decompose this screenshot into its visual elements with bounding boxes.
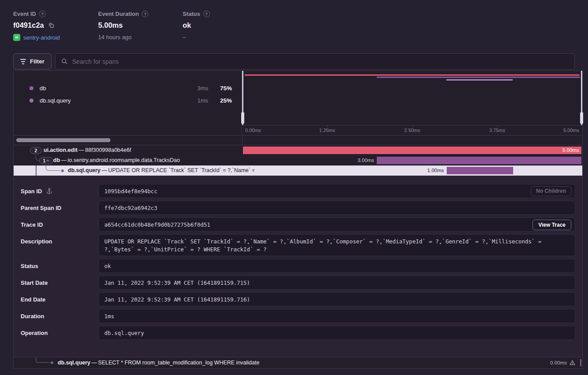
zero-duration-bar: [580, 359, 581, 366]
event-time-ago: 14 hours ago: [98, 34, 132, 40]
event-duration-column: Event Duration ? 5.00ms 14 hours ago: [98, 11, 183, 43]
detail-value-box: Jan 11, 2022 9:52:39 AM CET (1641891159.…: [99, 292, 575, 306]
detail-label: Parent Span ID: [21, 205, 61, 211]
span-op: db.sql.query: [58, 360, 90, 366]
op-color-dot: [29, 99, 33, 103]
span-duration-label: 5.00ms: [562, 147, 579, 154]
spans-toolbar: Filter: [13, 53, 575, 70]
ops-breakdown-row-db-sql-query[interactable]: db.sql.query 1ms 25%: [14, 94, 242, 107]
detail-value-box: UPDATE OR REPLACE `Track` SET `TrackId` …: [99, 234, 575, 256]
span-bar: [377, 157, 581, 164]
op-duration: 1ms: [197, 97, 208, 104]
minimap-span-db: [377, 77, 580, 78]
status-label: Status: [183, 11, 200, 17]
detail-value-box: ffe7dbc92a6942c3: [99, 201, 575, 215]
detail-label: Description: [21, 238, 52, 245]
minimap-plot[interactable]: [242, 71, 582, 125]
detail-value-box: 1095bd4ef8e94bcc No Children: [99, 184, 575, 198]
span-duration-label: 1.00ms: [427, 165, 444, 176]
copy-icon[interactable]: [48, 22, 55, 29]
tree-scrollbar-thumb[interactable]: [16, 138, 110, 142]
end-date-value: Jan 11, 2022 9:52:39 AM CET (1641891159.…: [104, 296, 250, 303]
detail-row-span-id: Span ID 1095bd4ef8e94bcc No Children: [21, 184, 575, 198]
detail-label: End Date: [21, 296, 45, 303]
detail-label: Duration: [21, 313, 44, 320]
detail-label: Span ID: [21, 188, 42, 195]
detail-row-description: Description UPDATE OR REPLACE `Track` SE…: [21, 234, 575, 256]
operation-value: db.sql.query: [104, 330, 144, 336]
detail-row-status: Status ok: [21, 259, 575, 273]
span-op: ui.action.edit: [44, 147, 77, 153]
span-duration-value: 1ms: [104, 313, 114, 320]
parent-span-id-value: ffe7dbc92a6942c3: [104, 205, 157, 211]
span-bar: [447, 167, 514, 174]
span-row-db[interactable]: 1 dbio.sentry.android.roomsample.data.Tr…: [14, 155, 582, 165]
ops-breakdown-row-db[interactable]: db 3ms 75%: [14, 82, 242, 94]
span-status-value: ok: [104, 263, 111, 269]
span-duration-label: 3.00ms: [357, 155, 374, 165]
help-icon[interactable]: ?: [142, 11, 148, 17]
help-icon[interactable]: ?: [203, 11, 210, 17]
minimap-span-ui-action-edit: [245, 74, 580, 76]
timeline-axis: 0.00ms 1.25ms 2.50ms 3.75ms 5.00ms: [242, 125, 582, 135]
detail-row-end-date: End Date Jan 11, 2022 9:52:39 AM CET (16…: [21, 292, 575, 306]
axis-tick: 3.75ms: [489, 125, 505, 136]
span-row-db-sql-query-select[interactable]: db.sql.querySELECT * FROM room_table_mod…: [14, 357, 582, 368]
event-id-label-row: Event ID ?: [13, 11, 98, 17]
op-duration: 3ms: [197, 85, 208, 92]
children-count-badge[interactable]: 1: [39, 157, 53, 164]
view-trace-button[interactable]: View Trace: [533, 220, 571, 230]
detail-row-start-date: Start Date Jan 11, 2022 9:52:39 AM CET (…: [21, 276, 575, 290]
trace-view-panel: db 3ms 75% db.sql.query 1ms 25%: [13, 70, 583, 369]
span-description: SELECT * FROM room_table_modification_lo…: [90, 360, 259, 366]
op-percent: 25%: [216, 97, 232, 104]
chevron-up-icon: [47, 160, 49, 162]
span-bar: 5.00ms: [243, 147, 581, 154]
detail-value-box: Jan 11, 2022 9:52:39 AM CET (1641891159.…: [99, 276, 575, 290]
detail-row-parent-span-id: Parent Span ID ffe7dbc92a6942c3: [21, 201, 575, 215]
minimap-left-handle[interactable]: [242, 71, 243, 125]
event-id-value: f0491c2a: [13, 21, 44, 29]
op-name: db: [40, 85, 46, 92]
status-column: Status ? ok –: [183, 11, 575, 43]
detail-row-operation: Operation db.sql.query: [21, 326, 575, 340]
filter-button-label: Filter: [30, 58, 44, 65]
help-icon[interactable]: ?: [39, 11, 46, 17]
op-percent: 75%: [216, 85, 232, 92]
span-op: db: [53, 157, 60, 163]
minimap-span-db-sql-query: [446, 79, 513, 81]
event-id-label: Event ID: [13, 11, 36, 17]
span-description: io.sentry.android.roomsample.data.Tracks…: [60, 157, 180, 163]
filter-button[interactable]: Filter: [13, 53, 51, 70]
operations-breakdown: db 3ms 75% db.sql.query 1ms 25%: [14, 71, 242, 135]
axis-tick: 1.25ms: [319, 125, 335, 136]
span-row-ui-action-edit[interactable]: 2 ui.action.edit88f300998a0b4e6f 5.00ms: [14, 145, 582, 155]
detail-value-box: 1ms: [99, 309, 575, 323]
project-link[interactable]: sentry-android: [23, 34, 60, 41]
search-icon: [61, 58, 68, 65]
detail-label: Trace ID: [21, 221, 43, 228]
anchor-icon[interactable]: [46, 188, 53, 195]
span-description: 88f300998a0b4e6f: [77, 147, 131, 153]
trace-minimap[interactable]: 0.00ms 1.25ms 2.50ms 3.75ms 5.00ms: [242, 71, 582, 135]
search-input[interactable]: [72, 58, 569, 65]
event-duration-value: 5.00ms: [98, 21, 123, 29]
detail-row-trace-id: Trace ID a654cc61dc0b48ef9d0b27275b6f0d5…: [21, 217, 575, 232]
detail-label: Start Date: [21, 279, 48, 286]
status-value: ok: [183, 21, 191, 29]
span-description: UPDATE OR REPLACE `Track` SET `TrackId` …: [100, 167, 254, 173]
span-id-value: 1095bd4ef8e94bcc: [104, 188, 157, 195]
event-header: Event ID ? f0491c2a: [0, 0, 588, 43]
axis-tick: 2.50ms: [404, 125, 420, 136]
span-search: [55, 53, 575, 70]
detail-row-duration: Duration 1ms: [21, 309, 575, 323]
filter-icon: [20, 59, 26, 64]
children-count-badge[interactable]: 2: [30, 147, 42, 154]
span-row-db-sql-query-selected[interactable]: db.sql.queryUPDATE OR REPLACE `Track` SE…: [14, 165, 582, 176]
tree-scrollbar-track[interactable]: [14, 136, 582, 145]
description-value: UPDATE OR REPLACE `Track` SET `TrackId` …: [104, 238, 570, 254]
project-avatar-android-icon: [13, 34, 20, 41]
minimap-right-handle[interactable]: [581, 71, 582, 125]
op-name: db.sql.query: [40, 97, 71, 104]
detail-value-box: a654cc61dc0b48ef9d0b27275b6f0d51 View Tr…: [99, 217, 575, 232]
